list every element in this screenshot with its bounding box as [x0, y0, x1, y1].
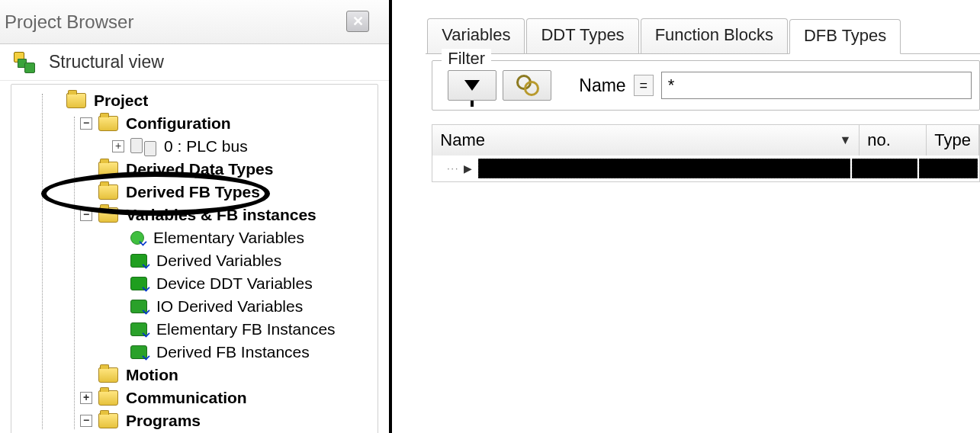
expand-icon[interactable]: + [80, 392, 92, 404]
folder-icon [98, 162, 118, 177]
tree-node-derived-fb-types[interactable]: Derived FB Types [11, 181, 378, 204]
column-header-type[interactable]: Type [927, 125, 979, 156]
filter-name-input[interactable] [661, 72, 972, 99]
close-icon: ✕ [352, 13, 364, 30]
tab-ddt-types[interactable]: DDT Types [526, 18, 638, 53]
filter-legend: Filter [442, 49, 491, 69]
structural-view-header: Structural view [0, 44, 389, 81]
grid-new-row[interactable]: ··· ▶ [432, 156, 979, 181]
filter-button[interactable] [448, 70, 496, 101]
project-browser-panel: Project Browser ✕ Structural view Projec… [0, 0, 392, 433]
filter-group: Filter Name = [432, 60, 980, 111]
variable-icon [130, 322, 147, 336]
editor-panel: Variables DDT Types Function Blocks DFB … [392, 0, 980, 433]
variable-icon [130, 277, 147, 290]
tree-node-elementary-fb-instances[interactable]: Elementary FB Instances [11, 318, 378, 341]
folder-icon [98, 390, 118, 406]
folder-icon [98, 413, 118, 428]
folder-icon [98, 207, 118, 223]
tree-node-derived-data-types[interactable]: Derived Data Types [11, 158, 378, 181]
plc-bus-icon [130, 138, 156, 155]
tab-function-blocks[interactable]: Function Blocks [641, 18, 788, 53]
tree-node-communication[interactable]: + Communication [11, 386, 378, 409]
tree-node-derived-variables[interactable]: Derived Variables [11, 249, 378, 272]
expand-icon[interactable]: + [112, 140, 124, 152]
structural-view-title: Structural view [49, 52, 164, 72]
cell-no[interactable] [852, 159, 917, 178]
column-header-no[interactable]: no. [860, 125, 927, 156]
tab-bar: Variables DDT Types Function Blocks DFB … [427, 18, 980, 53]
variable-icon [130, 345, 147, 359]
tree-node-plc-bus[interactable]: + 0 : PLC bus [11, 135, 378, 158]
tree-node-elementary-variables[interactable]: Elementary Variables [11, 226, 378, 249]
tab-dfb-types[interactable]: DFB Types [789, 19, 901, 54]
funnel-icon [464, 80, 480, 91]
tree-view[interactable]: Project − Configuration + 0 : PLC bus De… [11, 84, 378, 433]
tree-node-variables-fb-instances[interactable]: − Variables & FB instances [11, 204, 378, 226]
collapse-icon[interactable]: − [80, 415, 92, 427]
sort-desc-icon: ▼ [839, 133, 851, 147]
tree-node-motion[interactable]: Motion [11, 364, 378, 386]
tree-node-project[interactable]: Project [11, 89, 378, 112]
folder-icon [66, 93, 86, 108]
tree-node-derived-fb-instances[interactable]: Derived FB Instances [11, 341, 378, 364]
tree-node-io-derived-variables[interactable]: IO Derived Variables [11, 295, 378, 318]
folder-icon [98, 367, 118, 383]
titlebar: Project Browser ✕ [0, 0, 389, 44]
cell-name[interactable] [478, 159, 850, 178]
close-button[interactable]: ✕ [346, 11, 369, 32]
collapse-icon[interactable]: − [80, 209, 92, 221]
tree-node-device-ddt-variables[interactable]: Device DDT Variables [11, 272, 378, 295]
collapse-icon[interactable]: − [80, 117, 92, 130]
column-header-name[interactable]: Name ▼ [432, 125, 860, 156]
variable-icon [130, 231, 144, 245]
filter-settings-button[interactable] [503, 70, 551, 101]
tree-node-configuration[interactable]: − Configuration [11, 112, 378, 135]
folder-icon [98, 184, 118, 200]
structural-view-icon [14, 52, 35, 73]
filter-operator[interactable]: = [634, 75, 654, 96]
window-title: Project Browser [5, 11, 133, 33]
variable-icon [130, 254, 147, 268]
tree-dots-icon: ··· [447, 163, 459, 174]
row-arrow-icon: ▶ [464, 162, 472, 175]
tree-node-programs[interactable]: − Programs [11, 409, 378, 432]
row-expander[interactable]: ··· ▶ [432, 162, 478, 175]
filter-name-label: Name [579, 75, 625, 96]
cell-type[interactable] [919, 159, 978, 178]
folder-icon [98, 116, 118, 131]
data-grid: Name ▼ no. Type ··· ▶ [432, 124, 980, 182]
grid-header: Name ▼ no. Type [432, 125, 979, 156]
variable-icon [130, 300, 147, 313]
gears-icon [515, 75, 539, 96]
